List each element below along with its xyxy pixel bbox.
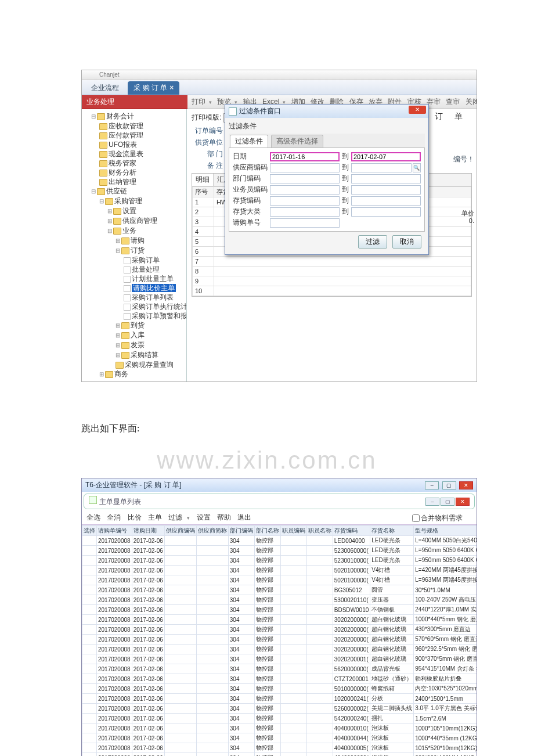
table-row[interactable]: 20170200082017-02-06304物控部BG305012圆管30*5… (82, 585, 477, 595)
tree-poexec[interactable]: 采购订单执行统计表 (132, 303, 187, 311)
btn-close[interactable]: 关闭 (466, 98, 477, 106)
tree-finance[interactable]: 财务会计 (106, 112, 134, 120)
tree-tax[interactable]: 税务管家 (109, 159, 136, 167)
col-header[interactable]: 职员编码 (280, 526, 306, 536)
btn-filter2[interactable]: 过滤 (168, 513, 182, 521)
table-row[interactable]: 20170200082017-02-06304物控部3020200000(超白钢… (82, 645, 477, 654)
table-row[interactable]: 20170200082017-02-06304物控部5020100000(V4灯… (82, 575, 477, 585)
search-icon[interactable]: 🔍 (413, 163, 421, 172)
close-icon[interactable]: × (169, 84, 174, 92)
cat-from-input[interactable] (270, 207, 340, 217)
table-row[interactable]: 20170200082017-02-06304物控部5010000000(蜂窝纸… (82, 684, 477, 694)
table-row[interactable]: 20170200082017-02-06304物控部3020200000(超白钢… (82, 615, 477, 625)
col-header[interactable]: 供应商简称 (196, 526, 228, 536)
table-row[interactable]: 20170200082017-02-06304物控部3020200000(超白钢… (82, 635, 477, 645)
col-header[interactable]: 请购单编号 (97, 526, 132, 536)
table-row[interactable]: 20170200082017-02-06304物控部4040000029(泡沫板… (82, 753, 477, 757)
tree-po[interactable]: 采购订单 (132, 256, 160, 264)
emp-to-input[interactable] (351, 185, 421, 195)
btn-compare[interactable]: 比价 (128, 513, 142, 521)
table-row[interactable]: 20170200082017-02-06304物控部3020200000(超白钢… (82, 625, 477, 635)
col-header[interactable]: 部门名称 (254, 526, 280, 536)
sub-close-icon[interactable]: ✕ (456, 498, 470, 506)
req-input[interactable] (270, 218, 340, 228)
close-icon[interactable]: ✕ (459, 481, 473, 489)
btn-selectall[interactable]: 全选 (86, 513, 100, 521)
min-icon[interactable]: – (425, 481, 439, 489)
col-header[interactable]: 存货名称 (370, 526, 414, 536)
inv-from-input[interactable] (270, 196, 340, 206)
table-row[interactable]: 20170200082017-02-06304物控部4040000005(泡沫板… (82, 743, 477, 753)
table-row[interactable]: 20170200082017-02-06304物控部3020200001(超白钢… (82, 654, 477, 664)
vendor-to-input[interactable] (351, 163, 412, 172)
date-to-input[interactable] (351, 152, 421, 161)
dlg-tab-filter[interactable]: 过滤条件 (230, 135, 268, 147)
tab-enterprise[interactable]: 企业流程 (85, 81, 125, 95)
tree-commerce[interactable]: 商务 (114, 370, 128, 378)
merge-checkbox[interactable] (412, 514, 420, 522)
tree-compare-hl[interactable]: 请购比价主单 (132, 284, 176, 292)
sub-max-icon[interactable]: ▢ (441, 498, 454, 506)
dept-from-input[interactable] (270, 174, 340, 183)
tree-req[interactable]: 请购 (131, 236, 145, 244)
col-header[interactable]: 供应商编码 (164, 526, 196, 536)
tree-poalarm[interactable]: 采购订单预警和报警表 (132, 312, 187, 320)
table-row[interactable]: 20170200082017-02-06304物控部4040000044(泡沫板… (82, 733, 477, 743)
dialog-close-button[interactable]: ✕ (409, 106, 426, 114)
tree-ar[interactable]: 应收款管理 (109, 122, 143, 130)
tree-purchase[interactable]: 采购管理 (114, 197, 142, 205)
date-from-input[interactable] (270, 152, 340, 161)
tree-ap[interactable]: 应付款管理 (109, 131, 143, 139)
sub-min-icon[interactable]: – (425, 498, 439, 506)
detail-tab[interactable]: 明细 (192, 174, 214, 186)
tree-scm[interactable]: 供应链 (106, 187, 127, 195)
col-header[interactable]: 选择 (82, 526, 97, 536)
table-row[interactable]: 20170200082017-02-06304物控部CTZT200001地毯砂（… (82, 674, 477, 684)
table-row[interactable]: 20170200082017-02-06304物控部5620000000(成品背… (82, 664, 477, 674)
tree-stock[interactable]: 采购现存量查询 (125, 361, 174, 369)
table-row[interactable]: 20170200082017-02-06304物控部5230060000(LED… (82, 546, 477, 556)
btn-help[interactable]: 帮助 (217, 513, 231, 521)
table-row[interactable]: 20170200082017-02-06304物控部LED004000LED硬光… (82, 536, 477, 546)
dlg-tab-advanced[interactable]: 高级条件选择 (271, 135, 323, 147)
btn-print[interactable]: 打印 (192, 98, 205, 106)
tree-ufo[interactable]: UFO报表 (109, 141, 137, 149)
tree-cashflow[interactable]: 现金流量表 (109, 150, 143, 158)
tab-purchase-order[interactable]: 采 购 订 单× (128, 81, 179, 95)
tree-order[interactable]: 订货 (131, 246, 145, 254)
tree-settle[interactable]: 采购结算 (131, 351, 158, 359)
table-row[interactable]: 20170200082017-02-06304物控部4040000010(泡沫板… (82, 723, 477, 733)
table-row[interactable]: 20170200082017-02-06304物控部5420000240(捆扎1… (82, 714, 477, 723)
tree-cashier[interactable]: 出纳管理 (109, 178, 136, 186)
col-header[interactable]: 型号规格 (414, 526, 477, 536)
col-header[interactable]: 职员名称 (306, 526, 333, 536)
cat-to-input[interactable] (351, 207, 421, 217)
btn-deselectall[interactable]: 全消 (107, 513, 121, 521)
inv-to-input[interactable] (351, 196, 421, 206)
tree-in[interactable]: 入库 (131, 331, 145, 339)
table-row[interactable]: 20170200082017-02-06304物控部BDSDW0010不锈钢板2… (82, 605, 477, 615)
table-row[interactable]: 20170200082017-02-06304物控部5020100000(V4灯… (82, 566, 477, 575)
cancel-button[interactable]: 取消 (392, 235, 421, 249)
tree-batch[interactable]: 批量处理 (132, 265, 160, 273)
btn-viewaudit[interactable]: 查审 (446, 98, 460, 106)
table-row[interactable]: 20170200082017-02-06304物控部5230010000(LED… (82, 556, 477, 566)
btn-master[interactable]: 主单 (148, 513, 162, 521)
dept-to-input[interactable] (351, 174, 421, 183)
data-grid[interactable]: 选择请购单编号请购日期供应商编码供应商简称部门编码部门名称职员编码职员名称存货编… (82, 525, 477, 756)
tree-analysis[interactable]: 财务分析 (109, 168, 136, 177)
col-header[interactable]: 存货编码 (333, 526, 370, 536)
tree-biz[interactable]: 业务 (122, 226, 136, 235)
tree-vendor[interactable]: 供应商管理 (122, 217, 157, 225)
table-row[interactable]: 20170200082017-02-06304物控部1020000241(分板2… (82, 694, 477, 704)
emp-from-input[interactable] (270, 185, 340, 195)
vendor-from-input[interactable] (270, 163, 340, 172)
tree-inv[interactable]: 发票 (131, 341, 145, 349)
btn-settings2[interactable]: 设置 (197, 513, 211, 521)
tree-polist[interactable]: 采购订单列表 (132, 293, 174, 301)
table-row[interactable]: 20170200082017-02-06304物控部5260000002(美规二… (82, 704, 477, 714)
col-header[interactable]: 请购日期 (132, 526, 164, 536)
tree-settings[interactable]: 设置 (122, 207, 136, 215)
max-icon[interactable]: ▢ (442, 481, 456, 489)
tree-arrive[interactable]: 到货 (131, 321, 145, 329)
